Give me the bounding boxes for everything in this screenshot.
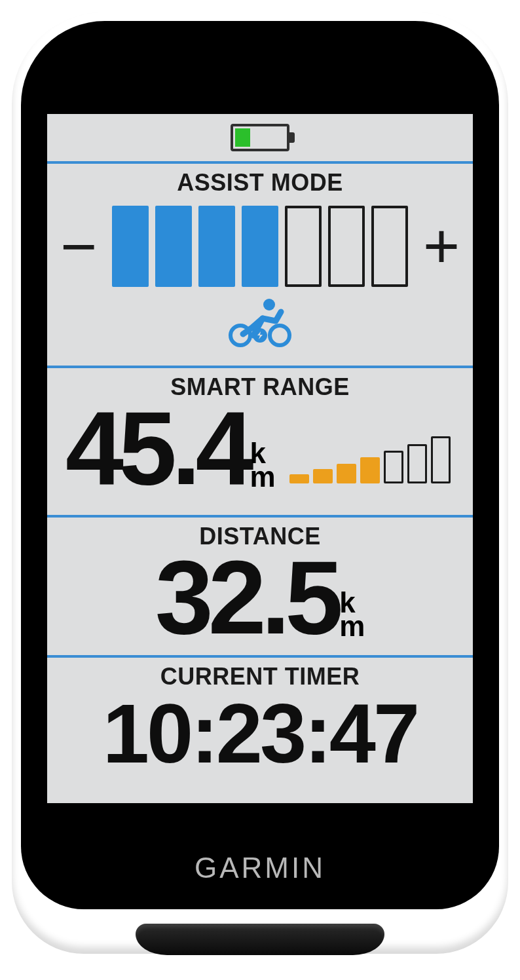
signal-bar — [407, 444, 427, 483]
distance-unit: k m — [339, 591, 365, 638]
signal-bar — [337, 464, 356, 483]
timer-value: 10:23:47 — [47, 688, 473, 780]
battery-icon — [231, 124, 289, 151]
assist-level-bars — [112, 206, 408, 287]
assist-bar — [198, 206, 235, 287]
smart-range-unit: k m — [250, 442, 275, 489]
timer-label: CURRENT TIMER — [47, 658, 473, 690]
assist-bar — [371, 206, 408, 287]
assist-decrease-button[interactable]: − — [57, 215, 100, 278]
signal-bar — [313, 469, 333, 483]
smart-range-value: 45.4 — [65, 396, 248, 500]
timer-section: CURRENT TIMER 10:23:47 — [47, 655, 473, 803]
assist-mode-label: ASSIST MODE — [47, 164, 473, 197]
assist-bar — [112, 206, 149, 287]
device-chin — [136, 924, 384, 955]
assist-increase-button[interactable]: + — [420, 215, 463, 278]
screen[interactable]: ASSIST MODE − + — [47, 114, 473, 803]
device-bezel: ASSIST MODE − + — [21, 21, 499, 909]
battery-row — [47, 114, 473, 161]
assist-bar — [285, 206, 322, 287]
assist-bar — [242, 206, 278, 287]
assist-bar — [328, 206, 365, 287]
svg-point-0 — [263, 299, 275, 311]
signal-bar — [289, 474, 309, 483]
device-frame: ASSIST MODE − + — [12, 12, 508, 954]
svg-point-2 — [270, 326, 289, 345]
brand-logo: GARMIN — [21, 852, 499, 884]
distance-section: DISTANCE 32.5 k m — [47, 515, 473, 655]
assist-bar — [155, 206, 192, 287]
battery-fill — [235, 128, 250, 147]
signal-bars — [289, 436, 451, 483]
signal-bar — [360, 457, 380, 483]
assist-mode-section: ASSIST MODE − + — [47, 161, 473, 366]
distance-value: 32.5 — [155, 545, 338, 650]
signal-bar — [384, 451, 403, 483]
smart-range-section: SMART RANGE 45.4 k m — [47, 366, 473, 515]
signal-bar — [431, 436, 451, 483]
ebike-icon — [227, 299, 293, 347]
